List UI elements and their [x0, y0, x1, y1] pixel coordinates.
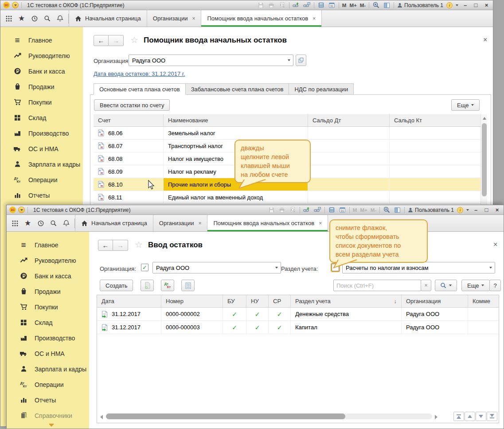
tab-vat[interactable]: НДС по реализации	[289, 83, 354, 95]
table-row[interactable]: Аπ68.06 Земельный налог	[94, 127, 481, 140]
tab-assistant[interactable]: Помощник ввода начальных остатков×	[207, 215, 328, 231]
history-icon[interactable]	[34, 215, 47, 231]
favorite-star-icon[interactable]: ☆	[135, 239, 143, 250]
close-tab-icon[interactable]: ×	[319, 220, 322, 226]
scroll-left-icon[interactable]	[100, 415, 103, 419]
table-row[interactable]: 31.12.2017 0000-000003 ✓ ✓ ✓ Капитал Рад…	[97, 321, 499, 334]
info-icon[interactable]: i	[457, 207, 463, 213]
favorite-star-icon[interactable]: ☆	[130, 35, 138, 45]
split-view-icon[interactable]	[394, 207, 401, 214]
calendar-icon[interactable]: 31	[328, 2, 336, 9]
tab-assistant[interactable]: Помощник ввода начальных остатков×	[201, 10, 322, 27]
sidebar-item-warehouse[interactable]: Склад	[7, 315, 89, 330]
col-number[interactable]: Номер	[161, 295, 223, 307]
sidebar-item-fixed-assets[interactable]: ОС и НМА	[7, 346, 89, 361]
close-tab-icon[interactable]: ×	[313, 16, 316, 22]
show-postings-button[interactable]: ДтКт	[161, 280, 174, 291]
sidebar-item-reports[interactable]: Отчеты	[7, 392, 89, 408]
sidebar-item-main[interactable]: ≡Главное	[7, 237, 89, 253]
chevron-down-icon[interactable]	[487, 262, 495, 273]
scroll-more-icon[interactable]	[49, 424, 54, 427]
col-date[interactable]: Дата	[97, 295, 161, 307]
preview-icon[interactable]	[289, 207, 297, 214]
go-previous-button[interactable]	[465, 412, 475, 421]
go-last-button[interactable]	[487, 412, 497, 421]
link-go-icon[interactable]	[314, 207, 321, 214]
memory-button[interactable]: M	[353, 207, 357, 213]
save-icon[interactable]	[257, 2, 265, 9]
all-functions-icon[interactable]	[8, 215, 21, 231]
sidebar-item-bank[interactable]: Банк и касса	[7, 268, 89, 284]
minimize-button[interactable]: –	[472, 207, 480, 214]
tab-main-accounts[interactable]: Основные счета плана счетов	[94, 83, 186, 95]
forward-button[interactable]: →	[113, 240, 128, 251]
sidebar-item-salary[interactable]: Зарплата и кадры	[7, 361, 89, 377]
all-functions-icon[interactable]	[2, 10, 15, 27]
sidebar-item-fixed-assets[interactable]: ОС и НМА	[0, 141, 83, 156]
maximize-button[interactable]: □	[472, 2, 480, 9]
col-debit[interactable]: Сальдо Дт	[308, 114, 390, 126]
accounts-table-header[interactable]: Счет Наименование Сальдо Дт Сальдо Кт	[94, 114, 481, 127]
close-form-icon[interactable]: ×	[483, 36, 487, 44]
sidebar-item-operations[interactable]: ДтКтОперации	[0, 172, 83, 187]
title-bar[interactable]: 1С 1С тестовая с ОКОФ (1С:Предприятие) 3…	[7, 205, 504, 215]
create-button[interactable]: Создать	[100, 280, 133, 291]
sidebar-item-operations[interactable]: ДтКтОперации	[7, 377, 89, 392]
print-icon[interactable]	[268, 2, 275, 9]
system-menu-button[interactable]	[12, 2, 19, 8]
tab-home[interactable]: Начальная страница	[69, 10, 147, 27]
search-icon[interactable]	[41, 10, 54, 27]
memory-button[interactable]: M	[342, 3, 347, 8]
go-first-button[interactable]	[453, 412, 464, 421]
close-tab-icon[interactable]: ×	[192, 16, 195, 22]
organization-combo[interactable]: Радуга ООО	[129, 55, 293, 66]
sidebar-item-production[interactable]: Производство	[0, 125, 83, 141]
print-icon[interactable]	[278, 207, 286, 214]
close-button[interactable]: ×	[483, 2, 490, 9]
calculator-icon[interactable]	[328, 207, 336, 214]
clear-search-button[interactable]: ×	[421, 280, 431, 291]
col-bu[interactable]: БУ	[223, 295, 246, 307]
more-button[interactable]: Еще	[451, 99, 480, 111]
col-account[interactable]: Счет	[94, 114, 164, 126]
scrollbar-thumb[interactable]	[482, 123, 487, 196]
open-organization-button[interactable]	[296, 55, 306, 66]
search-icon[interactable]	[47, 215, 60, 231]
link-get-icon[interactable]	[303, 207, 311, 214]
back-button[interactable]: ←	[98, 240, 113, 251]
scrollbar-thumb[interactable]	[106, 413, 345, 419]
register-list-button[interactable]	[181, 280, 195, 291]
sidebar-item-production[interactable]: Производство	[7, 330, 89, 346]
minimize-button[interactable]: –	[461, 2, 469, 9]
balance-date-link[interactable]: Дата ввода остатков: 31.12.2017 г.	[94, 70, 185, 77]
history-icon[interactable]	[28, 10, 41, 27]
scroll-up-icon[interactable]	[483, 117, 486, 120]
memory-minus-button[interactable]: M-	[360, 3, 366, 8]
vertical-scrollbar[interactable]	[481, 114, 487, 205]
enter-balances-button[interactable]: Ввести остатки по счету	[94, 99, 170, 111]
sidebar-item-sales[interactable]: Продажи	[0, 79, 83, 94]
sidebar-item-warehouse[interactable]: Склад	[0, 110, 83, 125]
col-comment[interactable]: Комме	[468, 295, 499, 307]
info-icon[interactable]: i	[446, 2, 453, 8]
notifications-icon[interactable]	[60, 215, 73, 231]
favorites-icon[interactable]: ★	[21, 215, 34, 231]
favorites-icon[interactable]: ★	[15, 10, 28, 27]
sidebar-item-sales[interactable]: Продажи	[7, 284, 89, 299]
calendar-icon[interactable]: 31	[339, 207, 346, 214]
calculator-icon[interactable]	[317, 2, 325, 9]
link-go-icon[interactable]	[303, 2, 311, 9]
scroll-right-icon[interactable]	[435, 415, 438, 419]
split-view-icon[interactable]	[383, 2, 391, 9]
tab-organizations[interactable]: Организации×	[153, 215, 208, 231]
link-get-icon[interactable]	[293, 2, 300, 9]
sidebar-item-main[interactable]: ≡Главное	[0, 32, 83, 48]
more-button[interactable]: Еще	[461, 280, 490, 291]
sidebar-item-manager[interactable]: Руководителю	[7, 253, 89, 268]
organization-combo[interactable]: Радуга ООО	[152, 262, 281, 273]
memory-minus-button[interactable]: M-	[371, 207, 376, 213]
tab-offbalance-accounts[interactable]: Забалансовые счета плана счетов	[186, 83, 289, 95]
sidebar-item-purchases[interactable]: Покупки	[0, 94, 83, 110]
sidebar-item-manager[interactable]: Руководителю	[0, 48, 83, 63]
chevron-down-icon[interactable]	[273, 262, 281, 273]
